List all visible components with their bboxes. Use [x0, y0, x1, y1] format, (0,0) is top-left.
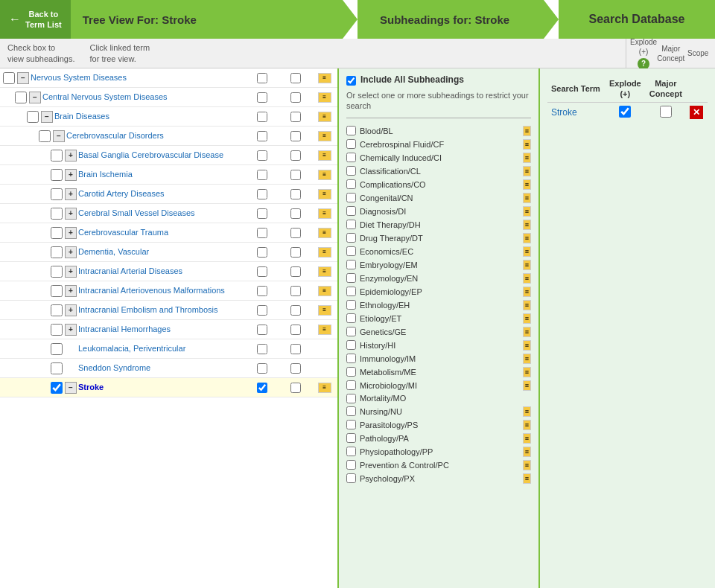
tree-checkbox-basal-ganglia[interactable]	[51, 150, 63, 162]
tree-link-carotid-artery[interactable]: Carotid Artery Diseases	[78, 188, 245, 199]
major-checkbox-carotid-artery[interactable]	[290, 189, 301, 199]
subheading-scope-icon-embryology-em[interactable]: ≡	[523, 260, 531, 270]
explode-checkbox-intracranial-embolism[interactable]	[257, 305, 267, 316]
subheading-scope-icon-pathology-pa[interactable]: ≡	[523, 433, 531, 444]
tree-link-intracranial-arteriovenous[interactable]: Intracranial Arteriovenous Malformations	[78, 285, 245, 295]
tree-link-intracranial-hemorrhages[interactable]: Intracranial Hemorrhages	[78, 324, 245, 334]
tree-checkbox-intracranial-embolism[interactable]	[51, 304, 63, 316]
subheading-scope-icon-metabolism-me[interactable]: ≡	[523, 367, 531, 377]
major-checkbox-sneddon-syndrome[interactable]	[290, 363, 301, 374]
subheading-checkbox-prevention-control-pc[interactable]	[346, 460, 356, 470]
back-to-term-list-button[interactable]: ← Back to Term List	[0, 0, 71, 39]
scope-icon-cns-diseases[interactable]: ≡	[318, 92, 331, 103]
subheading-scope-icon-microbiology-mi[interactable]: ≡	[523, 380, 531, 391]
tree-expander-intracranial-embolism[interactable]: +	[65, 304, 77, 316]
explode-checkbox-cerebrovascular-disorders[interactable]	[257, 131, 267, 141]
subheading-scope-icon-economics-ec[interactable]: ≡	[523, 246, 531, 257]
explode-checkbox-cerebral-small-vessel[interactable]	[257, 208, 267, 219]
tree-expander-intracranial-arteriovenous[interactable]: +	[65, 285, 77, 297]
major-checkbox-cns-diseases[interactable]	[290, 92, 301, 103]
tree-link-brain-diseases[interactable]: Brain Diseases	[54, 111, 245, 121]
subheading-checkbox-ethnology-eh[interactable]	[346, 300, 356, 310]
scope-icon-intracranial-embolism[interactable]: ≡	[318, 305, 331, 316]
search-database-button[interactable]: Search Database	[559, 0, 715, 39]
tree-expander-basal-ganglia[interactable]: +	[65, 150, 77, 162]
subheading-checkbox-metabolism-me[interactable]	[346, 367, 356, 377]
tree-expander-brain-ischemia[interactable]: +	[65, 169, 77, 181]
major-checkbox-intracranial-embolism[interactable]	[290, 305, 301, 316]
tree-link-cns-diseases[interactable]: Central Nervous System Diseases	[42, 92, 245, 102]
explode-checkbox-basal-ganglia[interactable]	[257, 150, 267, 161]
explode-checkbox-brain-ischemia[interactable]	[257, 170, 267, 180]
scope-icon-carotid-artery[interactable]: ≡	[318, 189, 331, 199]
tree-expander-dementia-vascular[interactable]: +	[65, 246, 77, 258]
major-checkbox-cerebral-small-vessel[interactable]	[290, 208, 301, 219]
subheading-scope-icon-congenital-cn[interactable]: ≡	[523, 193, 531, 203]
major-checkbox-dementia-vascular[interactable]	[290, 247, 301, 258]
scope-icon-intracranial-arteriovenous[interactable]: ≡	[318, 286, 331, 296]
subheading-scope-icon-chemically-induced-ci[interactable]: ≡	[523, 153, 531, 163]
subheading-scope-icon-enzymology-en[interactable]: ≡	[523, 273, 531, 284]
subheading-scope-icon-nursing-nu[interactable]: ≡	[523, 406, 531, 417]
major-checkbox-basal-ganglia[interactable]	[290, 150, 301, 161]
subheading-checkbox-classification-cl[interactable]	[346, 166, 356, 176]
tree-checkbox-sneddon-syndrome[interactable]	[51, 362, 63, 374]
scope-icon-brain-ischemia[interactable]: ≡	[318, 170, 331, 180]
subheading-checkbox-etiology-et[interactable]	[346, 313, 356, 323]
tree-checkbox-cerebrovascular-trauma[interactable]	[51, 227, 63, 239]
subheading-scope-icon-classification-cl[interactable]: ≡	[523, 166, 531, 176]
subheading-scope-icon-cerebrospinal-fluid-cf[interactable]: ≡	[523, 139, 531, 150]
subheading-scope-icon-epidemiology-ep[interactable]: ≡	[523, 287, 531, 297]
explode-checkbox-intracranial-arteriovenous[interactable]	[257, 286, 267, 296]
scope-icon-stroke[interactable]: ≡	[318, 383, 331, 393]
tree-expander-nervous-system-diseases[interactable]: −	[17, 72, 29, 84]
explode-checkbox-leukomalacia[interactable]	[257, 344, 267, 354]
scope-icon-nervous-system-diseases[interactable]: ≡	[318, 73, 331, 83]
subheading-checkbox-immunology-im[interactable]	[346, 354, 356, 363]
subheading-checkbox-drug-therapy-dt[interactable]	[346, 233, 356, 243]
tree-link-dementia-vascular[interactable]: Dementia, Vascular	[78, 246, 245, 257]
tree-checkbox-brain-diseases[interactable]	[27, 111, 39, 123]
explode-checkbox-dementia-vascular[interactable]	[257, 247, 267, 258]
explode-checkbox-cns-diseases[interactable]	[257, 92, 267, 103]
tree-link-basal-ganglia[interactable]: Basal Ganglia Cerebrovascular Disease	[78, 150, 245, 160]
subheading-checkbox-congenital-cn[interactable]	[346, 193, 356, 202]
subheading-scope-icon-etiology-et[interactable]: ≡	[523, 313, 531, 324]
subheading-scope-icon-physiopathology-pp[interactable]: ≡	[523, 447, 531, 457]
subheading-scope-icon-psychology-px[interactable]: ≡	[523, 473, 531, 484]
subheading-scope-icon-diet-therapy-dh[interactable]: ≡	[523, 220, 531, 230]
explode-checkbox-stroke[interactable]	[257, 383, 267, 393]
major-checkbox-nervous-system-diseases[interactable]	[290, 73, 301, 83]
subheading-checkbox-blood-bl[interactable]	[346, 126, 356, 135]
subheading-scope-icon-parasitology-ps[interactable]: ≡	[523, 420, 531, 430]
tree-checkbox-intracranial-arterial[interactable]	[51, 266, 63, 278]
term-explode-checkbox[interactable]	[619, 106, 631, 118]
tree-checkbox-cns-diseases[interactable]	[15, 92, 27, 103]
tree-link-intracranial-embolism[interactable]: Intracranial Embolism and Thrombosis	[78, 304, 245, 315]
subheading-checkbox-pathology-pa[interactable]	[346, 433, 356, 443]
tree-expander-cerebrovascular-disorders[interactable]: −	[53, 130, 65, 142]
subheading-scope-icon-genetics-ge[interactable]: ≡	[523, 327, 531, 337]
major-checkbox-leukomalacia[interactable]	[290, 344, 301, 354]
subheading-checkbox-mortality-mo[interactable]	[346, 394, 356, 403]
explode-checkbox-intracranial-arterial[interactable]	[257, 266, 267, 277]
explode-checkbox-brain-diseases[interactable]	[257, 112, 267, 122]
tree-expander-cns-diseases[interactable]: −	[29, 92, 41, 103]
tree-link-leukomalacia[interactable]: Leukomalacia, Periventricular	[78, 343, 245, 354]
tree-expander-intracranial-hemorrhages[interactable]: +	[65, 324, 77, 336]
tree-checkbox-dementia-vascular[interactable]	[51, 246, 63, 258]
subheading-checkbox-embryology-em[interactable]	[346, 260, 356, 269]
subheading-scope-icon-ethnology-eh[interactable]: ≡	[523, 300, 531, 310]
subheading-checkbox-history-hi[interactable]	[346, 340, 356, 350]
subheading-checkbox-complications-co[interactable]	[346, 179, 356, 189]
explode-checkbox-sneddon-syndrome[interactable]	[257, 363, 267, 374]
subheading-scope-icon-drug-therapy-dt[interactable]: ≡	[523, 233, 531, 243]
subheading-scope-icon-immunology-im[interactable]: ≡	[523, 354, 531, 364]
explode-checkbox-nervous-system-diseases[interactable]	[257, 73, 267, 83]
subheading-checkbox-epidemiology-ep[interactable]	[346, 287, 356, 296]
delete-term-button[interactable]: ✕	[690, 106, 703, 119]
tree-expander-intracranial-arterial[interactable]: +	[65, 266, 77, 278]
major-checkbox-cerebrovascular-trauma[interactable]	[290, 228, 301, 238]
tree-link-cerebrovascular-disorders[interactable]: Cerebrovascular Disorders	[66, 130, 245, 141]
subheading-scope-icon-history-hi[interactable]: ≡	[523, 340, 531, 351]
